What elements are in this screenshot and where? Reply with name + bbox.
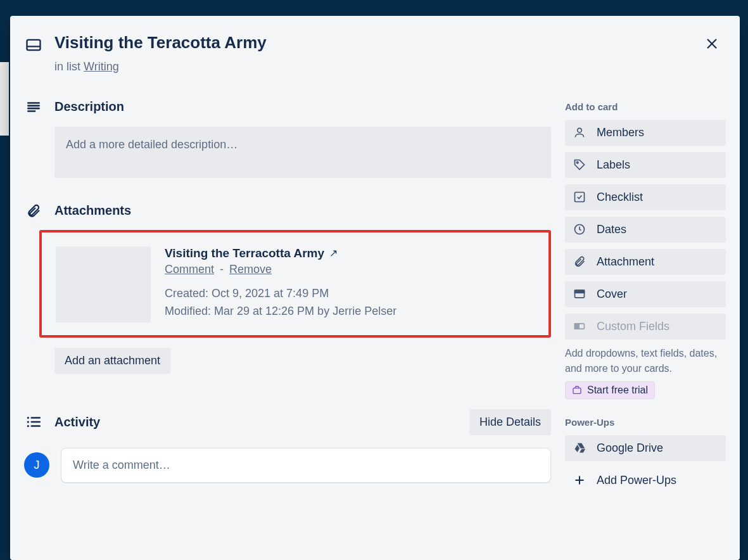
briefcase-icon bbox=[572, 385, 582, 395]
close-button[interactable] bbox=[699, 31, 725, 56]
members-label: Members bbox=[597, 126, 644, 139]
close-icon bbox=[705, 37, 719, 51]
dates-label: Dates bbox=[597, 223, 626, 236]
dates-button[interactable]: Dates bbox=[565, 217, 726, 243]
attachment-remove-link[interactable]: Remove bbox=[229, 263, 272, 276]
add-to-card-heading: Add to card bbox=[565, 101, 726, 112]
dates-icon bbox=[573, 223, 586, 236]
checklist-label: Checklist bbox=[597, 191, 643, 204]
in-list-text: in list Writing bbox=[54, 60, 704, 73]
attachment-icon bbox=[26, 203, 41, 219]
attachment-button[interactable]: Attachment bbox=[565, 249, 726, 275]
svg-rect-12 bbox=[573, 388, 581, 393]
card-header: Visiting the Teracotta Army in list Writ… bbox=[10, 16, 740, 73]
svg-point-5 bbox=[576, 162, 578, 163]
powerups-heading: Power-Ups bbox=[565, 417, 726, 428]
card-icon bbox=[25, 36, 42, 54]
start-trial-button[interactable]: Start free trial bbox=[565, 381, 655, 399]
in-list-prefix: in list bbox=[54, 60, 84, 73]
svg-rect-9 bbox=[575, 290, 585, 293]
labels-icon bbox=[573, 158, 586, 171]
external-link-icon: ↗ bbox=[329, 247, 338, 259]
start-trial-label: Start free trial bbox=[587, 385, 648, 396]
svg-point-1 bbox=[27, 417, 29, 419]
description-input[interactable]: Add a more detailed description… bbox=[54, 127, 551, 178]
add-powerups-label: Add Power-Ups bbox=[597, 474, 676, 487]
avatar[interactable]: J bbox=[24, 452, 49, 478]
members-icon bbox=[573, 126, 586, 139]
svg-point-3 bbox=[27, 425, 29, 427]
cover-label: Cover bbox=[597, 288, 627, 301]
svg-point-4 bbox=[578, 129, 582, 133]
card-modal: Visiting the Teracotta Army in list Writ… bbox=[10, 16, 740, 560]
labels-button[interactable]: Labels bbox=[565, 152, 726, 178]
cover-button[interactable]: Cover bbox=[565, 281, 726, 307]
svg-point-2 bbox=[27, 421, 29, 423]
svg-rect-6 bbox=[575, 193, 585, 202]
activity-icon bbox=[25, 414, 42, 430]
plus-icon bbox=[573, 474, 586, 487]
sidebar: Add to card Members Labels Checklist Dat… bbox=[565, 99, 726, 508]
attachment-item[interactable]: Visiting the Terracotta Army ↗ Comment -… bbox=[39, 230, 551, 338]
hide-details-button[interactable]: Hide Details bbox=[469, 409, 551, 435]
google-drive-label: Google Drive bbox=[597, 442, 663, 455]
attachments-heading: Attachments bbox=[54, 203, 131, 218]
attachment-title[interactable]: Visiting the Terracotta Army bbox=[165, 246, 324, 260]
members-button[interactable]: Members bbox=[565, 120, 726, 146]
description-icon bbox=[25, 99, 42, 115]
add-powerups-button[interactable]: Add Power-Ups bbox=[565, 468, 726, 493]
google-drive-icon bbox=[573, 442, 586, 454]
activity-heading: Activity bbox=[54, 415, 100, 430]
custom-fields-icon bbox=[573, 320, 586, 333]
svg-rect-0 bbox=[27, 40, 41, 50]
custom-fields-note: Add dropdowns, text fields, dates, and m… bbox=[565, 346, 726, 376]
attachment-label: Attachment bbox=[597, 255, 654, 269]
description-section: Description Add a more detailed descript… bbox=[24, 99, 551, 178]
paperclip-icon bbox=[573, 255, 586, 268]
attachment-created: Created: Oct 9, 2021 at 7:49 PM bbox=[165, 285, 537, 303]
card-body: Description Add a more detailed descript… bbox=[10, 73, 740, 508]
main-column: Description Add a more detailed descript… bbox=[24, 99, 551, 508]
attachment-modified: Modified: Mar 29 at 12:26 PM by Jerrie P… bbox=[165, 303, 537, 321]
list-link[interactable]: Writing bbox=[84, 60, 119, 73]
labels-label: Labels bbox=[597, 158, 630, 172]
attachment-comment-link[interactable]: Comment bbox=[165, 263, 214, 276]
custom-fields-label: Custom Fields bbox=[597, 320, 669, 333]
comment-input[interactable]: Write a comment… bbox=[61, 448, 551, 483]
background-stripe bbox=[0, 62, 9, 136]
attachment-thumbnail bbox=[56, 246, 151, 322]
checklist-button[interactable]: Checklist bbox=[565, 184, 726, 210]
activity-section: Activity Hide Details J Write a comment… bbox=[24, 409, 551, 483]
description-heading: Description bbox=[54, 99, 124, 114]
attachments-section: Attachments Visiting the Terracotta Army… bbox=[24, 203, 551, 374]
card-title[interactable]: Visiting the Teracotta Army bbox=[54, 32, 704, 54]
svg-rect-11 bbox=[575, 324, 580, 329]
checklist-icon bbox=[573, 191, 586, 203]
custom-fields-button[interactable]: Custom Fields bbox=[565, 314, 726, 340]
google-drive-button[interactable]: Google Drive bbox=[565, 435, 726, 461]
add-attachment-button[interactable]: Add an attachment bbox=[54, 348, 170, 374]
cover-icon bbox=[573, 288, 586, 300]
